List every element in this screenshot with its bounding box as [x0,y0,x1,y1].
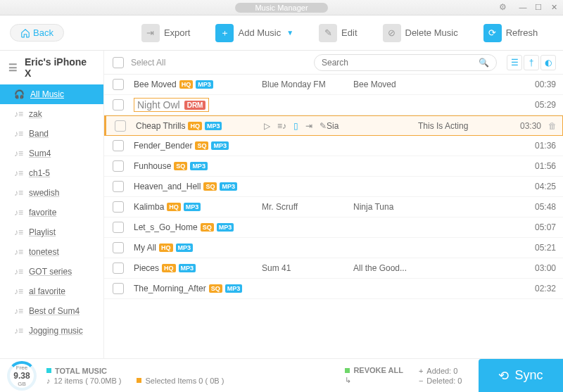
items-count: 12 items ( 70.0MB ) [54,377,122,385]
playlist-icon: ♪≡ [14,326,23,336]
track-row[interactable]: Heaven_and_Hell SQMP3 04:25 [104,177,563,197]
sidebar-item[interactable]: ♪≡zak [0,104,103,124]
sidebar: ☰ Eric's iPhone X 🎧All Music♪≡zak♪≡Band♪… [0,51,104,358]
format-badge: MP3 [179,264,196,272]
sidebar-item-label: swedish [29,188,59,198]
sidebar-item-label: ch1-5 [29,168,50,178]
sidebar-item[interactable]: ♪≡ch1-5 [0,163,103,183]
minimize-button[interactable]: — [518,2,528,12]
row-checkbox[interactable] [113,283,124,294]
row-checkbox[interactable] [113,79,124,90]
search-input[interactable] [322,58,479,68]
sidebar-item[interactable]: ♪≡tonetest [0,242,103,262]
list-header: Select All 🔍 ☰ † ◐ [104,51,563,75]
row-checkbox[interactable] [115,120,126,132]
track-row[interactable]: Night Owl DRM 05:29 [104,95,563,115]
edit-button[interactable]: ✎ Edit [319,24,357,42]
view-list-button[interactable]: ☰ [507,55,522,70]
track-row[interactable]: Cheap Thrills HQMP3 ▷ ≡♪ ▯ ⇥ ✎ Sia This … [104,115,563,136]
select-all-label: Select All [131,58,165,68]
playlist-icon: ♪≡ [14,247,23,257]
view-column-button[interactable]: † [524,55,539,70]
back-button[interactable]: Back [10,24,64,42]
track-album: Bee Moved [353,80,438,89]
track-duration: 01:36 [517,141,556,151]
row-checkbox[interactable] [113,140,124,151]
sidebar-item-label: Playlist [29,227,56,237]
quality-badge: HQ [179,80,194,89]
search-field[interactable]: 🔍 [314,54,497,71]
track-title: Heaven_and_Hell [134,182,201,191]
row-checkbox[interactable] [113,263,124,274]
dot-icon [46,368,51,373]
format-badge: MP3 [220,182,237,191]
sync-button[interactable]: ⟲ Sync [479,359,563,393]
selected-count: Selected Items 0 ( 0B ) [145,377,224,385]
track-title: Pieces [134,263,159,273]
track-row[interactable]: Bee Moved HQMP3 Blue Monday FM Bee Moved… [104,75,563,95]
row-checkbox[interactable] [113,181,124,192]
quality-badge: HQ [162,264,176,272]
import-icon[interactable]: ⇥ [305,121,312,131]
track-row[interactable]: Funhouse SQMP3 01:56 [104,156,563,177]
export-button[interactable]: ⇥ Export [141,24,191,42]
row-checkbox[interactable] [113,242,124,253]
main-panel: Select All 🔍 ☰ † ◐ Bee Moved HQMP3 Blue … [104,51,563,358]
close-button[interactable]: ✕ [549,2,559,12]
track-duration: 00:39 [517,80,556,89]
gear-icon[interactable]: ⚙ [499,2,507,12]
sidebar-item[interactable]: ♪≡Band [0,124,103,144]
sidebar-item-label: al favorite [29,286,65,296]
quality-badge: SQ [201,223,214,232]
format-badge: MP3 [176,244,194,252]
queue-icon[interactable]: ≡♪ [277,121,286,131]
maximize-button[interactable]: ☐ [533,2,543,12]
row-checkbox[interactable] [113,99,124,110]
track-row[interactable]: My All HQMP3 05:21 [104,238,563,258]
sidebar-item[interactable]: ♪≡Jogging music [0,321,103,341]
add-music-button[interactable]: ＋ Add Music ▼ [215,24,293,42]
track-title: My All [134,243,156,253]
sidebar-item[interactable]: ♪≡Best of Sum4 [0,301,103,321]
deleted-count: Deleted: 0 [426,377,462,385]
view-cloud-button[interactable]: ◐ [540,55,556,70]
edit-icon[interactable]: ✎ [320,121,327,131]
track-row[interactable]: The_Morning_After SQMP3 02:32 [104,279,563,299]
select-all-checkbox[interactable] [113,57,124,68]
sidebar-item-label: Band [29,129,49,139]
device-header[interactable]: ☰ Eric's iPhone X [0,51,103,84]
sidebar-item[interactable]: ♪≡swedish [0,183,103,203]
trash-icon[interactable]: 🗑 [548,121,557,131]
row-checkbox[interactable] [113,201,124,213]
sidebar-item[interactable]: 🎧All Music [0,84,103,104]
refresh-button[interactable]: ⟳ Refresh [483,24,538,42]
quality-badge: HQ [159,244,173,252]
row-checkbox[interactable] [113,160,124,172]
track-row[interactable]: Fender_Bender SQMP3 01:36 [104,136,563,156]
sidebar-item[interactable]: ♪≡Playlist [0,222,103,242]
revoke-all-label[interactable]: REVOKE ALL [353,366,403,374]
device-icon[interactable]: ▯ [293,121,298,131]
track-title: Kalimba [134,202,164,212]
sidebar-item[interactable]: ♪≡GOT series [0,262,103,282]
total-music-label: TOTAL MUSIC [55,367,107,375]
track-row[interactable]: Let_s_Go_Home SQMP3 05:07 [104,217,563,238]
track-artist: Mr. Scruff [262,202,353,212]
delete-music-button[interactable]: ⊘ Delete Music [383,24,458,42]
track-title: Cheap Thrills [136,121,185,131]
track-duration: 05:21 [517,243,556,253]
sidebar-item[interactable]: ♪≡favorite [0,203,103,222]
track-album: All the Good... [353,263,438,273]
format-badge: MP3 [190,162,208,170]
sidebar-item-label: zak [29,109,42,119]
row-actions: ▷ ≡♪ ▯ ⇥ ✎ [264,121,327,131]
play-icon[interactable]: ▷ [264,121,270,131]
format-badge: MP3 [196,80,213,89]
track-row[interactable]: Kalimba HQMP3 Mr. Scruff Ninja Tuna 05:4… [104,197,563,217]
track-row[interactable]: Pieces HQMP3 Sum 41 All the Good... 03:0… [104,258,563,279]
track-title: Night Owl [137,99,180,110]
sidebar-item[interactable]: ♪≡al favorite [0,282,103,301]
row-checkbox[interactable] [113,222,124,233]
home-icon [20,28,30,38]
sidebar-item[interactable]: ♪≡Sum4 [0,144,103,163]
